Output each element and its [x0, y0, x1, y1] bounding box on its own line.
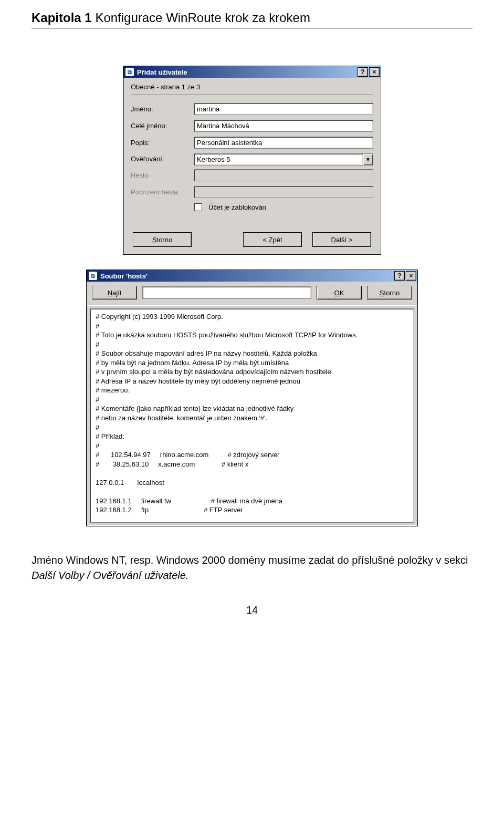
password-label: Heslo: [131, 171, 194, 179]
account-disabled-label: Účet je zablokován: [208, 203, 266, 211]
caption-italic: Další Volby / Ověřování uživatele.: [32, 570, 188, 581]
add-user-dialog: ⧉ Přidat uživatele ? × Obecné - strana 1…: [123, 66, 381, 255]
help-button[interactable]: ?: [358, 67, 368, 77]
auth-combobox[interactable]: Kerberos 5 ▼: [194, 153, 373, 164]
confirm-password-input: [194, 186, 373, 198]
hosts-file-dialog: ⧉ Soubor 'hosts' ? × Najít OK Storno: [86, 270, 418, 526]
chapter-prefix: Kapitola 1: [32, 11, 92, 25]
name-input[interactable]: martina: [194, 103, 373, 115]
header-rule: [32, 28, 472, 29]
account-disabled-checkbox[interactable]: [194, 203, 202, 211]
titlebar[interactable]: ⧉ Přidat uživatele ? ×: [123, 66, 381, 78]
fullname-input[interactable]: Martina Máchová: [194, 120, 373, 132]
wizard-step-label: Obecné - strana 1 ze 3: [131, 83, 373, 95]
app-icon: ⧉: [89, 272, 97, 280]
chapter-title: Konfigurace WinRoute krok za krokem: [95, 11, 310, 25]
description-input[interactable]: Personální asistentka: [194, 137, 373, 149]
back-button[interactable]: < Zpět: [243, 232, 302, 247]
description-label: Popis:: [131, 139, 194, 147]
ok-button[interactable]: OK: [317, 286, 362, 299]
find-toolbar: Najít OK Storno: [87, 282, 417, 305]
auth-value: Kerberos 5: [194, 153, 363, 165]
find-button[interactable]: Najít: [92, 286, 137, 299]
page-number: 14: [32, 604, 472, 616]
chevron-down-icon[interactable]: ▼: [363, 153, 373, 165]
next-button[interactable]: Další >: [312, 232, 371, 247]
auth-label: Ověřování:: [131, 155, 194, 163]
name-label: Jméno:: [131, 105, 194, 113]
app-icon: ⧉: [125, 68, 134, 76]
cancel-button[interactable]: Storno: [367, 286, 412, 299]
chapter-header: Kapitola 1 Konfigurace WinRoute krok za …: [32, 11, 472, 25]
dialog-title: Soubor 'hosts': [100, 272, 394, 280]
dialog-title: Přidat uživatele: [137, 68, 358, 76]
help-button[interactable]: ?: [394, 271, 405, 281]
close-button[interactable]: ×: [406, 271, 416, 281]
password-input: [194, 169, 373, 181]
hosts-textarea[interactable]: # Copyright (c) 1993-1999 Microsoft Corp…: [90, 308, 414, 523]
figure-caption: Jméno Windows NT, resp. Windows 2000 dom…: [32, 553, 472, 583]
fullname-label: Celé jméno:: [131, 122, 194, 130]
cancel-button[interactable]: Storno: [133, 232, 192, 247]
confirm-password-label: Potvrzení hesla:: [131, 188, 194, 196]
caption-text: Jméno Windows NT, resp. Windows 2000 dom…: [32, 554, 468, 566]
titlebar[interactable]: ⧉ Soubor 'hosts' ? ×: [87, 270, 417, 282]
find-input[interactable]: [142, 286, 311, 299]
close-button[interactable]: ×: [369, 67, 380, 77]
